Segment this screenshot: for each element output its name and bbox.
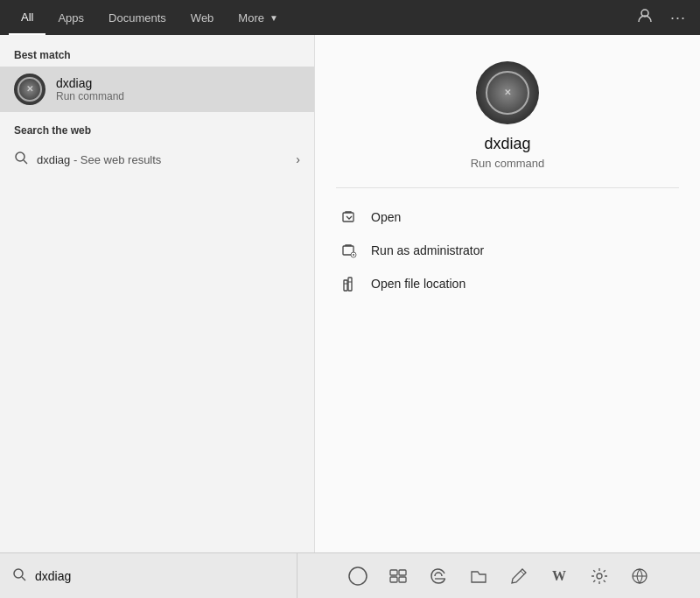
web-result-arrow-icon: › [296, 152, 300, 166]
app-detail-name: dxdiag [484, 135, 530, 153]
tab-all[interactable]: All [9, 0, 46, 35]
action-open-location-label: Open file location [371, 277, 466, 291]
app-detail-type: Run command [471, 157, 545, 170]
best-match-result[interactable]: dxdiag Run command [0, 67, 314, 112]
account-button[interactable] [632, 4, 658, 31]
svg-line-2 [24, 160, 27, 164]
more-options-button[interactable]: ··· [665, 5, 691, 31]
taskbar-settings-icon[interactable] [583, 559, 616, 593]
svg-point-19 [597, 573, 602, 579]
result-text: dxdiag Run command [56, 76, 124, 102]
open-location-icon [340, 276, 359, 292]
action-run-admin-label: Run as administrator [371, 243, 484, 257]
search-icon [12, 567, 26, 585]
web-search-result[interactable]: dxdiag - See web results › [0, 142, 314, 177]
taskbar-pen-icon[interactable] [502, 559, 536, 593]
app-icon-large [476, 61, 539, 124]
taskbar-search-icon[interactable] [341, 559, 374, 593]
search-bar: W [0, 552, 700, 598]
nav-tabs-right: ··· [632, 4, 691, 31]
nav-tabs: All Apps Documents Web More ▼ [0, 0, 700, 35]
tab-more[interactable]: More ▼ [226, 0, 290, 35]
svg-rect-13 [390, 570, 397, 575]
svg-rect-14 [399, 570, 406, 575]
action-open-label: Open [371, 210, 401, 224]
svg-line-18 [521, 571, 524, 574]
right-panel: dxdiag Run command Open [315, 35, 700, 598]
svg-line-11 [22, 577, 25, 580]
svg-point-10 [14, 569, 23, 578]
nav-tabs-left: All Apps Documents Web More ▼ [9, 0, 290, 35]
app-detail: dxdiag Run command [336, 61, 679, 188]
taskbar-edge-icon[interactable] [422, 559, 455, 593]
action-open-location[interactable]: Open file location [336, 269, 679, 299]
svg-rect-7 [348, 278, 352, 291]
chevron-down-icon: ▼ [270, 13, 278, 23]
best-match-label: Best match [0, 46, 314, 67]
svg-rect-15 [390, 577, 397, 582]
run-admin-icon [340, 243, 359, 258]
tab-web[interactable]: Web [178, 0, 227, 35]
svg-rect-6 [344, 280, 347, 291]
web-result-text: dxdiag - See web results [37, 153, 287, 166]
taskbar-wiki-icon[interactable]: W [542, 559, 576, 593]
action-run-admin[interactable]: Run as administrator [336, 236, 679, 265]
svg-point-12 [349, 567, 367, 585]
search-input-area [0, 553, 298, 598]
search-panel: All Apps Documents Web More ▼ [0, 0, 700, 598]
open-icon [340, 209, 359, 225]
action-list: Open Run as administrator [336, 202, 679, 299]
svg-rect-16 [399, 577, 406, 582]
content-area: Best match dxdiag Run command Search the… [0, 35, 700, 598]
web-search-label: Search the web [0, 121, 314, 142]
tab-apps[interactable]: Apps [46, 0, 96, 35]
taskbar-browser-icon[interactable] [623, 559, 656, 593]
search-input[interactable] [35, 569, 284, 583]
search-web-icon [14, 151, 28, 168]
result-subtitle: Run command [56, 90, 124, 102]
taskbar-task-view-icon[interactable] [382, 559, 415, 593]
result-title: dxdiag [56, 76, 124, 90]
tab-documents[interactable]: Documents [96, 0, 178, 35]
app-icon-small [14, 74, 46, 105]
action-open[interactable]: Open [336, 202, 679, 232]
svg-rect-3 [343, 213, 354, 222]
left-panel: Best match dxdiag Run command Search the… [0, 35, 315, 598]
taskbar-icons: W [298, 559, 700, 593]
taskbar-explorer-icon[interactable] [462, 559, 495, 593]
svg-point-1 [16, 152, 24, 161]
